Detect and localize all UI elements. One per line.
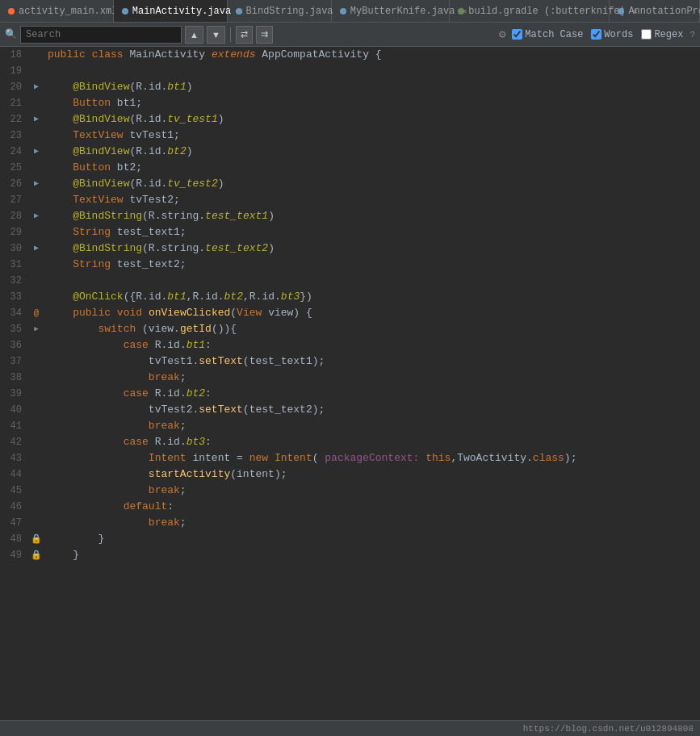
line-number: 43 <box>0 450 28 466</box>
tab-dot-xml <box>8 8 15 15</box>
code-lines: 18 public class MainActivity extends App… <box>0 47 700 563</box>
line-content: @BindString(R.string.test_text2) <box>44 240 700 257</box>
table-row: 49 🔒 } <box>0 547 700 563</box>
tab-bind-string[interactable]: BindString.java ✕ <box>228 0 332 23</box>
search-replace-button[interactable]: ⇄ <box>236 26 253 44</box>
line-content: @OnClick({R.id.bt1,R.id.bt2,R.id.bt3}) <box>44 289 700 305</box>
line-number: 28 <box>0 208 28 224</box>
line-gutter: ▶ <box>28 321 44 337</box>
line-gutter: ▶ <box>28 208 44 224</box>
regex-label[interactable]: Regex <box>641 29 683 40</box>
tab-label-bind-string: BindString.java <box>246 6 333 17</box>
line-number: 42 <box>0 434 28 450</box>
table-row: 23 TextView tvTest1; <box>0 128 700 144</box>
line-number: 33 <box>0 289 28 305</box>
table-row: 44 startActivity(intent); <box>0 466 700 483</box>
line-content <box>44 273 700 289</box>
line-content: TextView tvTest1; <box>44 128 700 144</box>
line-number: 48 <box>0 531 28 547</box>
table-row: 45 break; <box>0 483 700 499</box>
line-content: @BindView(R.id.tv_test1) <box>44 111 700 128</box>
line-content: public void onViewClicked(View view) { <box>44 305 700 321</box>
tab-label-activity-main: activity_main.xml <box>19 6 117 17</box>
line-number: 29 <box>0 224 28 240</box>
table-row: 33 @OnClick({R.id.bt1,R.id.bt2,R.id.bt3}… <box>0 289 700 305</box>
table-row: 38 break; <box>0 370 700 386</box>
tab-bar: activity_main.xml ✕ MainActivity.java ✕ … <box>0 0 700 23</box>
table-row: 37 tvTest1.setText(test_text1); <box>0 353 700 370</box>
tab-main-activity[interactable]: MainActivity.java ✕ <box>114 0 228 23</box>
line-content: TextView tvTest2; <box>44 192 700 208</box>
table-row: 21 Button bt1; <box>0 95 700 111</box>
line-content: @BindView(R.id.tv_test2) <box>44 176 700 192</box>
search-up-button[interactable]: ▲ <box>185 26 203 44</box>
table-row: 39 case R.id.bt2: <box>0 386 700 402</box>
tab-label-main-activity: MainActivity.java <box>132 6 231 17</box>
line-content: Intent intent = new Intent( packageConte… <box>44 450 700 466</box>
table-row: 47 break; <box>0 515 700 531</box>
line-content <box>44 63 700 79</box>
line-gutter: 🔒 <box>28 531 44 547</box>
line-gutter: @ <box>28 305 44 321</box>
line-number: 30 <box>0 240 28 257</box>
tab-label-build-gradle: build.gradle (:butterknife) <box>468 6 625 17</box>
tab-annotation-proc[interactable]: AnnotationProc <box>610 0 700 23</box>
table-row: 22 ▶ @BindView(R.id.tv_test1) <box>0 111 700 128</box>
line-number: 23 <box>0 128 28 144</box>
table-row: 48 🔒 } <box>0 531 700 547</box>
table-row: 34 @ public void onViewClicked(View view… <box>0 305 700 321</box>
line-number: 36 <box>0 337 28 353</box>
line-content: } <box>44 547 700 563</box>
line-content: String test_text2; <box>44 257 700 273</box>
line-number: 31 <box>0 257 28 273</box>
search-input[interactable] <box>20 26 182 44</box>
match-case-checkbox[interactable] <box>512 29 522 40</box>
tab-my-butter-knife[interactable]: MyButterKnife.java ✕ <box>332 0 450 23</box>
line-content: break; <box>44 515 700 531</box>
table-row: 35 ▶ switch (view.getId()){ <box>0 321 700 337</box>
table-row: 43 Intent intent = new Intent( packageCo… <box>0 450 700 466</box>
search-down-button[interactable]: ▼ <box>207 26 225 44</box>
line-number: 38 <box>0 370 28 386</box>
tab-dot-java <box>122 8 128 15</box>
line-number: 44 <box>0 466 28 483</box>
line-number: 25 <box>0 160 28 176</box>
line-number: 46 <box>0 499 28 515</box>
table-row: 27 TextView tvTest2; <box>0 192 700 208</box>
match-case-text: Match Case <box>525 29 583 40</box>
table-row: 41 break; <box>0 418 700 434</box>
line-gutter: ▶ <box>28 176 44 192</box>
table-row: 46 default: <box>0 499 700 515</box>
line-content: switch (view.getId()){ <box>44 321 700 337</box>
line-number: 18 <box>0 47 28 63</box>
words-label[interactable]: Words <box>591 29 633 40</box>
tab-build-gradle[interactable]: build.gradle (:butterknife) ✕ <box>450 0 610 23</box>
tab-dot-gradle <box>458 8 464 15</box>
line-number: 27 <box>0 192 28 208</box>
search-divider <box>230 27 231 42</box>
line-number: 37 <box>0 353 28 370</box>
table-row: 36 case R.id.bt1: <box>0 337 700 353</box>
search-replace-all-button[interactable]: ⇉ <box>256 26 273 44</box>
regex-checkbox[interactable] <box>641 29 652 40</box>
code-editor: 18 public class MainActivity extends App… <box>0 47 700 720</box>
tab-activity-main[interactable]: activity_main.xml ✕ <box>0 0 114 23</box>
line-number: 34 <box>0 305 28 321</box>
words-text: Words <box>604 29 633 40</box>
table-row: 25 Button bt2; <box>0 160 700 176</box>
line-number: 20 <box>0 79 28 95</box>
table-row: 30 ▶ @BindString(R.string.test_text2) <box>0 240 700 257</box>
match-case-label[interactable]: Match Case <box>512 29 583 40</box>
status-url: https://blog.csdn.net/u012894808 <box>523 724 694 734</box>
line-content: String test_text1; <box>44 224 700 240</box>
table-row: 20 ▶ @BindView(R.id.bt1) <box>0 79 700 95</box>
line-number: 24 <box>0 144 28 160</box>
search-bar: 🔍 ▲ ▼ ⇄ ⇉ ⚙ Match Case Words Regex ? <box>0 23 700 47</box>
table-row: 29 String test_text1; <box>0 224 700 240</box>
words-checkbox[interactable] <box>591 29 601 40</box>
line-content: } <box>44 531 700 547</box>
line-number: 22 <box>0 111 28 128</box>
line-number: 35 <box>0 321 28 337</box>
line-content: tvTest1.setText(test_text1); <box>44 353 700 370</box>
line-content: case R.id.bt1: <box>44 337 700 353</box>
